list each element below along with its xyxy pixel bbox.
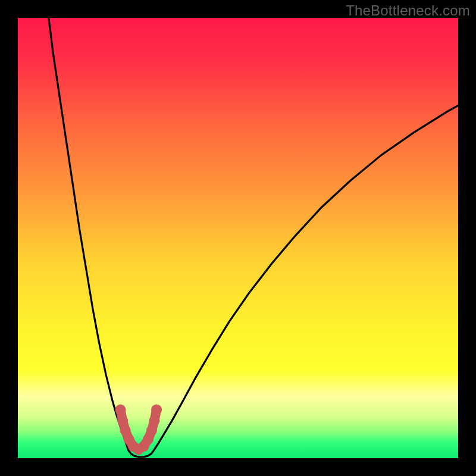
trough-marker-bead	[117, 415, 128, 426]
gradient-background	[18, 18, 458, 458]
chart-svg	[18, 18, 458, 458]
chart-frame: TheBottleneck.com	[0, 0, 476, 476]
plot-area	[18, 18, 458, 458]
trough-marker-bead	[149, 415, 159, 426]
watermark-text: TheBottleneck.com	[346, 2, 470, 19]
trough-marker-bead	[146, 425, 157, 436]
trough-marker-bead	[115, 405, 126, 415]
trough-marker-bead	[151, 405, 162, 415]
